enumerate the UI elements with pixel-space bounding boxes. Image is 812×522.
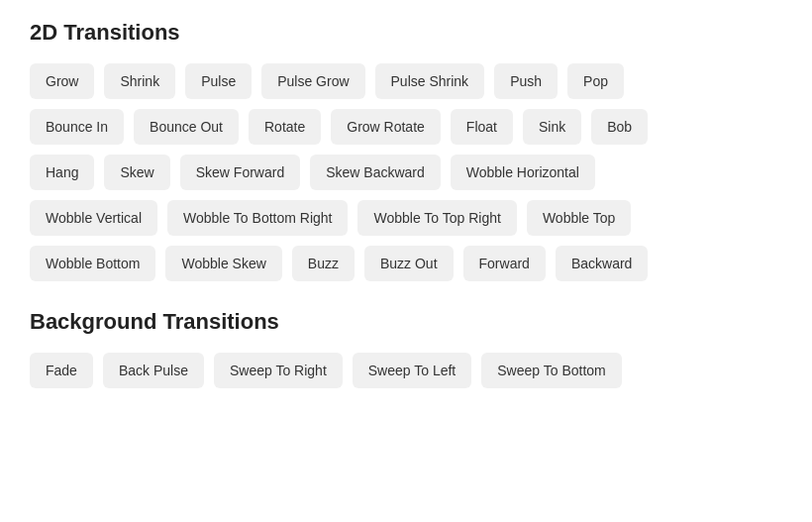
transition-btn-sweep-to-left[interactable]: Sweep To Left	[353, 353, 471, 388]
transition-btn-skew-forward[interactable]: Skew Forward	[180, 155, 300, 190]
transition-btn-pulse[interactable]: Pulse	[185, 63, 252, 99]
transition-btn-backward[interactable]: Backward	[556, 246, 648, 281]
button-row-1-0: FadeBack PulseSweep To RightSweep To Lef…	[30, 353, 782, 388]
transition-btn-pop[interactable]: Pop	[567, 63, 624, 99]
transition-btn-wobble-horizontal[interactable]: Wobble Horizontal	[451, 155, 595, 190]
transition-btn-grow-rotate[interactable]: Grow Rotate	[331, 109, 441, 145]
transition-btn-sweep-to-bottom[interactable]: Sweep To Bottom	[481, 353, 621, 388]
transition-btn-bounce-in[interactable]: Bounce In	[30, 109, 124, 145]
transition-btn-wobble-to-bottom-right[interactable]: Wobble To Bottom Right	[167, 200, 348, 236]
transition-btn-bob[interactable]: Bob	[591, 109, 648, 145]
transition-btn-shrink[interactable]: Shrink	[104, 63, 175, 99]
transition-btn-wobble-bottom[interactable]: Wobble Bottom	[30, 246, 155, 281]
transition-btn-float[interactable]: Float	[451, 109, 513, 145]
transition-btn-sink[interactable]: Sink	[523, 109, 581, 145]
button-row-0-1: Bounce InBounce OutRotateGrow RotateFloa…	[30, 109, 782, 145]
transition-btn-buzz-out[interactable]: Buzz Out	[364, 246, 454, 281]
transition-btn-back-pulse[interactable]: Back Pulse	[103, 353, 204, 388]
section-2d-transitions: 2D TransitionsGrowShrinkPulsePulse GrowP…	[30, 20, 782, 281]
transition-btn-push[interactable]: Push	[494, 63, 558, 99]
button-row-0-2: HangSkewSkew ForwardSkew BackwardWobble …	[30, 155, 782, 190]
transition-btn-wobble-top[interactable]: Wobble Top	[527, 200, 631, 236]
page-container: 2D TransitionsGrowShrinkPulsePulse GrowP…	[30, 20, 782, 388]
transition-btn-hang[interactable]: Hang	[30, 155, 94, 190]
section-title-2d-transitions: 2D Transitions	[30, 20, 782, 46]
transition-btn-buzz[interactable]: Buzz	[292, 246, 355, 281]
transition-btn-wobble-skew[interactable]: Wobble Skew	[165, 246, 281, 281]
transition-btn-sweep-to-right[interactable]: Sweep To Right	[214, 353, 343, 388]
transition-btn-wobble-to-top-right[interactable]: Wobble To Top Right	[357, 200, 516, 236]
transition-btn-grow[interactable]: Grow	[30, 63, 94, 99]
transition-btn-forward[interactable]: Forward	[463, 246, 546, 281]
button-row-0-3: Wobble VerticalWobble To Bottom RightWob…	[30, 200, 782, 236]
transition-btn-pulse-shrink[interactable]: Pulse Shrink	[375, 63, 485, 99]
transition-btn-bounce-out[interactable]: Bounce Out	[134, 109, 239, 145]
transition-btn-rotate[interactable]: Rotate	[249, 109, 321, 145]
button-row-0-0: GrowShrinkPulsePulse GrowPulse ShrinkPus…	[30, 63, 782, 99]
transition-btn-skew[interactable]: Skew	[104, 155, 169, 190]
transition-btn-wobble-vertical[interactable]: Wobble Vertical	[30, 200, 157, 236]
button-row-0-4: Wobble BottomWobble SkewBuzzBuzz OutForw…	[30, 246, 782, 281]
transition-btn-fade[interactable]: Fade	[30, 353, 93, 388]
section-background-transitions: Background TransitionsFadeBack PulseSwee…	[30, 309, 782, 388]
section-title-background-transitions: Background Transitions	[30, 309, 782, 335]
transition-btn-pulse-grow[interactable]: Pulse Grow	[261, 63, 364, 99]
transition-btn-skew-backward[interactable]: Skew Backward	[310, 155, 441, 190]
